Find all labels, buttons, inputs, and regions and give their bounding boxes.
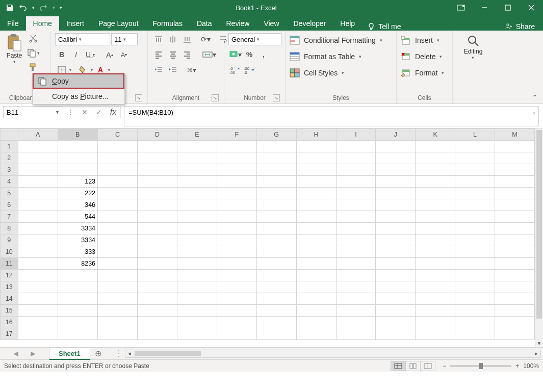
- cell-J5[interactable]: [376, 188, 416, 199]
- cell-K14[interactable]: [416, 293, 455, 305]
- accounting-format-icon[interactable]: ▾: [228, 48, 242, 61]
- cell-H14[interactable]: [296, 293, 336, 305]
- tab-nav-prev-icon[interactable]: ◄: [12, 349, 20, 358]
- cell-D10[interactable]: [137, 246, 177, 258]
- align-bottom-icon[interactable]: [180, 33, 194, 45]
- cell-L12[interactable]: [455, 270, 495, 281]
- row-header-14[interactable]: 14: [1, 293, 18, 305]
- col-header-A[interactable]: A: [18, 129, 58, 141]
- cell-G13[interactable]: [256, 281, 296, 293]
- align-middle-icon[interactable]: [166, 33, 179, 45]
- cell-C5[interactable]: [98, 188, 138, 199]
- cell-F9[interactable]: [217, 234, 256, 246]
- cell-K15[interactable]: [416, 305, 455, 317]
- cell-A16[interactable]: [18, 317, 58, 328]
- decrease-indent-icon[interactable]: [152, 64, 165, 76]
- vscroll-thumb[interactable]: [536, 130, 542, 319]
- cell-B12[interactable]: [58, 270, 98, 281]
- cell-F5[interactable]: [217, 188, 256, 199]
- qat-customize-icon[interactable]: ▾: [58, 2, 63, 13]
- cut-icon[interactable]: [27, 33, 40, 45]
- cell-C8[interactable]: [98, 223, 138, 234]
- formula-input[interactable]: =SUM(B4:B10) ⌄: [124, 106, 539, 126]
- save-icon[interactable]: [4, 2, 15, 13]
- paste-caret-icon[interactable]: ▾: [13, 59, 16, 64]
- increase-decimal-icon[interactable]: .0.00: [228, 64, 242, 76]
- align-center-icon[interactable]: [166, 48, 179, 61]
- cell-K3[interactable]: [416, 164, 455, 176]
- cell-L14[interactable]: [455, 293, 495, 305]
- cell-D3[interactable]: [137, 164, 177, 176]
- cell-G11[interactable]: [256, 258, 296, 270]
- cell-F10[interactable]: [217, 246, 256, 258]
- delete-cells-button[interactable]: Delete ▾: [401, 50, 442, 63]
- cell-K4[interactable]: [416, 176, 455, 188]
- cell-M16[interactable]: [495, 317, 534, 328]
- col-header-G[interactable]: G: [256, 129, 296, 141]
- cell-C10[interactable]: [98, 246, 138, 258]
- cell-C2[interactable]: [98, 152, 138, 164]
- cell-J2[interactable]: [376, 152, 416, 164]
- cell-M7[interactable]: [495, 211, 534, 223]
- cell-I4[interactable]: [336, 176, 376, 188]
- cell-D7[interactable]: [137, 211, 177, 223]
- cell-G12[interactable]: [256, 270, 296, 281]
- cell-H5[interactable]: [296, 188, 336, 199]
- cell-M10[interactable]: [495, 246, 534, 258]
- cell-K10[interactable]: [416, 246, 455, 258]
- cell-G2[interactable]: [256, 152, 296, 164]
- cell-A1[interactable]: [18, 141, 58, 152]
- cell-K17[interactable]: [416, 328, 455, 340]
- cell-E13[interactable]: [177, 281, 217, 293]
- cell-H15[interactable]: [296, 305, 336, 317]
- cell-H10[interactable]: [296, 246, 336, 258]
- cell-E16[interactable]: [177, 317, 217, 328]
- row-header-9[interactable]: 9: [1, 234, 18, 246]
- cancel-formula-icon[interactable]: ✕: [77, 108, 92, 116]
- cell-A6[interactable]: [18, 199, 58, 211]
- cell-L6[interactable]: [455, 199, 495, 211]
- cell-J3[interactable]: [376, 164, 416, 176]
- cell-E17[interactable]: [177, 328, 217, 340]
- cell-I12[interactable]: [336, 270, 376, 281]
- redo-icon[interactable]: [38, 2, 49, 13]
- col-header-F[interactable]: F: [217, 129, 256, 141]
- cell-A8[interactable]: [18, 223, 58, 234]
- row-header-4[interactable]: 4: [1, 176, 18, 188]
- increase-font-icon[interactable]: A▴: [103, 48, 116, 61]
- cell-K11[interactable]: [416, 258, 455, 270]
- cell-I7[interactable]: [336, 211, 376, 223]
- comma-icon[interactable]: ,: [257, 48, 270, 61]
- cell-A9[interactable]: [18, 234, 58, 246]
- cell-F1[interactable]: [217, 141, 256, 152]
- cell-D9[interactable]: [137, 234, 177, 246]
- cell-K7[interactable]: [416, 211, 455, 223]
- cell-J13[interactable]: [376, 281, 416, 293]
- merge-center-icon[interactable]: ▾: [199, 48, 219, 61]
- cell-I2[interactable]: [336, 152, 376, 164]
- cell-L4[interactable]: [455, 176, 495, 188]
- cell-J8[interactable]: [376, 223, 416, 234]
- cell-B11[interactable]: 8236: [58, 258, 98, 270]
- cell-C14[interactable]: [98, 293, 138, 305]
- col-header-E[interactable]: E: [177, 129, 217, 141]
- cell-B4[interactable]: 123: [58, 176, 98, 188]
- enter-formula-icon[interactable]: ✓: [92, 108, 106, 116]
- redo-caret-icon[interactable]: ▾: [51, 2, 56, 13]
- name-box[interactable]: B11 ▼: [3, 106, 63, 118]
- cell-M12[interactable]: [495, 270, 534, 281]
- cell-B2[interactable]: [58, 152, 98, 164]
- cell-I17[interactable]: [336, 328, 376, 340]
- cell-K16[interactable]: [416, 317, 455, 328]
- cell-I3[interactable]: [336, 164, 376, 176]
- cell-J15[interactable]: [376, 305, 416, 317]
- cell-I16[interactable]: [336, 317, 376, 328]
- cell-M13[interactable]: [495, 281, 534, 293]
- cell-D12[interactable]: [137, 270, 177, 281]
- cell-E8[interactable]: [177, 223, 217, 234]
- number-format-combo[interactable]: General▾: [228, 33, 281, 45]
- cell-M6[interactable]: [495, 199, 534, 211]
- cell-H6[interactable]: [296, 199, 336, 211]
- font-size-combo[interactable]: 11▾: [111, 33, 138, 45]
- cell-B16[interactable]: [58, 317, 98, 328]
